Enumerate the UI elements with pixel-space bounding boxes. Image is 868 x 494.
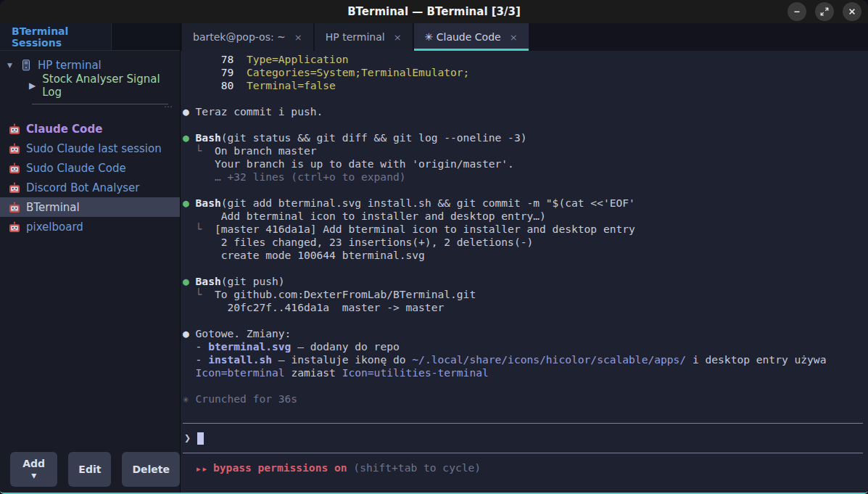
tab-close-icon[interactable]: × (510, 32, 518, 43)
tab-bartek-pop-os[interactable]: bartek@pop-os: ~× (182, 23, 313, 51)
terminal-line: ● Bash(git status && git diff && git log… (183, 131, 868, 144)
divider-dots-icon: … (164, 99, 173, 110)
terminal-line (183, 92, 868, 105)
terminal-line: create mode 100644 bterminal.svg (183, 249, 868, 262)
maximize-button[interactable] (815, 2, 834, 21)
session-item-claude-code[interactable]: Claude Code (0, 119, 180, 139)
tab-hp-terminal[interactable]: HP terminal× (315, 23, 413, 51)
terminal-output[interactable]: 78 Type=Application 79 Categories=System… (181, 51, 868, 493)
terminal-line: 79 Categories=System;TerminalEmulator; (183, 66, 868, 79)
terminal-line: - install.sh — instaluje ikonę do ~/.loc… (183, 353, 868, 366)
sidebar-divider[interactable]: … (0, 102, 180, 110)
terminal-line: ● Bash(git push) (183, 275, 868, 288)
computer-icon (21, 59, 31, 71)
chevron-down-icon[interactable]: ▼ (7, 62, 15, 69)
sessions-sidebar: BTerminal Sessions ▼ HP terminal ▶ (0, 23, 181, 493)
session-item-sudo-claude-last-session[interactable]: Sudo Claude last session (0, 139, 180, 158)
robot-icon (9, 162, 20, 174)
sidebar-header: BTerminal Sessions (0, 23, 180, 51)
session-item-discord-bot-analyser[interactable]: Discord Bot Analyser (0, 178, 180, 197)
terminal-line: 20fc27f..416da1a master -> master (183, 301, 868, 314)
terminal-line: ● Bash(git add bterminal.svg install.sh … (183, 197, 868, 210)
terminal-line: … +32 lines (ctrl+o to expand) (183, 170, 868, 184)
tab-label: bartek@pop-os: ~ (193, 31, 286, 43)
terminal-line: Add bterminal icon to installer and desk… (183, 210, 868, 223)
prompt-chevron-icon: ❯ (184, 432, 191, 445)
terminal-line: 80 Terminal=false (183, 79, 868, 92)
host-tree: ▼ HP terminal ▶ Stock Analyser Signal Lo… (0, 51, 180, 96)
terminal-line: Icon=bterminal zamiast Icon=utilities-te… (183, 366, 868, 379)
sidebar-header-label: BTerminal Sessions (12, 25, 111, 49)
terminal-pane: bartek@pop-os: ~×HP terminal×✳ Claude Co… (181, 23, 868, 493)
window-controls (788, 2, 861, 21)
session-item-pixelboard[interactable]: pixelboard (0, 217, 180, 236)
terminal-line (183, 118, 868, 131)
text-cursor (197, 432, 204, 445)
session-label: BTerminal (26, 201, 80, 214)
claude-input-box: ❯ ▸▸bypass permissions on (shift+tab to … (183, 423, 863, 476)
terminal-line: - bterminal.svg — dodany do repo (183, 340, 868, 353)
terminal-line: └ On branch master (183, 144, 868, 157)
bterminal-window: BTerminal — BTerminal [3/3] (0, 0, 868, 494)
close-button[interactable] (843, 2, 861, 21)
terminal-scrollback: 78 Type=Application 79 Categories=System… (183, 53, 868, 406)
robot-icon (9, 182, 20, 194)
robot-icon (9, 202, 20, 213)
permissions-status[interactable]: ▸▸bypass permissions on (shift+tab to cy… (183, 453, 863, 476)
edit-button[interactable]: Edit (68, 452, 111, 487)
maximize-icon (820, 7, 829, 16)
terminal-line: ✳ Crunched for 36s (183, 392, 868, 406)
terminal-line: └ To github.com:DexterFromLab/BTerminal.… (183, 288, 868, 301)
window-title: BTerminal — BTerminal [3/3] (347, 5, 521, 18)
terminal-line (183, 379, 868, 392)
divider-line (32, 104, 168, 104)
session-item-sudo-claude-code[interactable]: Sudo Claude Code (0, 158, 180, 178)
session-list: Claude Code Sudo Claude last session Sud… (0, 119, 180, 236)
session-label: Sudo Claude Code (26, 162, 126, 175)
terminal-line: ● Teraz commit i push. (183, 105, 868, 118)
play-icon: ▶ (29, 81, 36, 91)
tab-close-icon[interactable]: × (294, 32, 302, 43)
permissions-hint-text: (shift+tab to cycle) (353, 461, 481, 474)
tab-claude-code[interactable]: ✳ Claude Code× (414, 23, 529, 51)
terminal-line (183, 184, 868, 197)
robot-icon (9, 221, 20, 233)
terminal-line: 78 Type=Application (183, 53, 868, 66)
permissions-mode-label: bypass permissions on (213, 461, 347, 474)
close-icon (848, 7, 856, 16)
delete-button[interactable]: Delete (122, 452, 180, 487)
session-label: Claude Code (26, 123, 102, 136)
session-label: Discord Bot Analyser (26, 181, 139, 194)
terminal-line (183, 314, 868, 327)
terminal-line: ● Gotowe. Zmiany: (183, 327, 868, 340)
tab-close-icon[interactable]: × (394, 32, 402, 43)
prompt-input[interactable]: ❯ (183, 424, 863, 453)
double-arrow-icon: ▸▸ (197, 464, 209, 474)
tree-item-stock-analyser-signal-log[interactable]: ▶ Stock Analyser Signal Log (0, 75, 180, 96)
minimize-icon (793, 7, 801, 16)
terminal-line: Your branch is up to date with 'origin/m… (183, 157, 868, 170)
terminal-line: 2 files changed, 23 insertions(+), 2 del… (183, 236, 868, 249)
main-split: BTerminal Sessions ▼ HP terminal ▶ (0, 23, 868, 493)
terminal-line: └ [master 416da1a] Add bterminal icon to… (183, 223, 868, 236)
tab-bar: bartek@pop-os: ~×HP terminal×✳ Claude Co… (181, 23, 868, 51)
session-label: pixelboard (26, 221, 83, 234)
tab-label: HP terminal (326, 31, 385, 43)
sidebar-button-row: Add ▾EditDelete (10, 452, 180, 487)
sidebar-header-tab[interactable]: BTerminal Sessions (0, 23, 112, 50)
minimize-button[interactable] (788, 2, 806, 21)
tab-label: ✳ Claude Code (425, 31, 501, 43)
session-item-bterminal[interactable]: BTerminal (0, 197, 180, 217)
add-button[interactable]: Add ▾ (10, 452, 57, 487)
titlebar[interactable]: BTerminal — BTerminal [3/3] (0, 0, 868, 23)
session-label: Sudo Claude last session (26, 142, 162, 155)
robot-icon (9, 123, 20, 135)
log-item-label: Stock Analyser Signal Log (42, 73, 180, 99)
robot-icon (9, 143, 20, 155)
terminal-line (183, 262, 868, 275)
tree-item-label: HP terminal (38, 59, 102, 72)
